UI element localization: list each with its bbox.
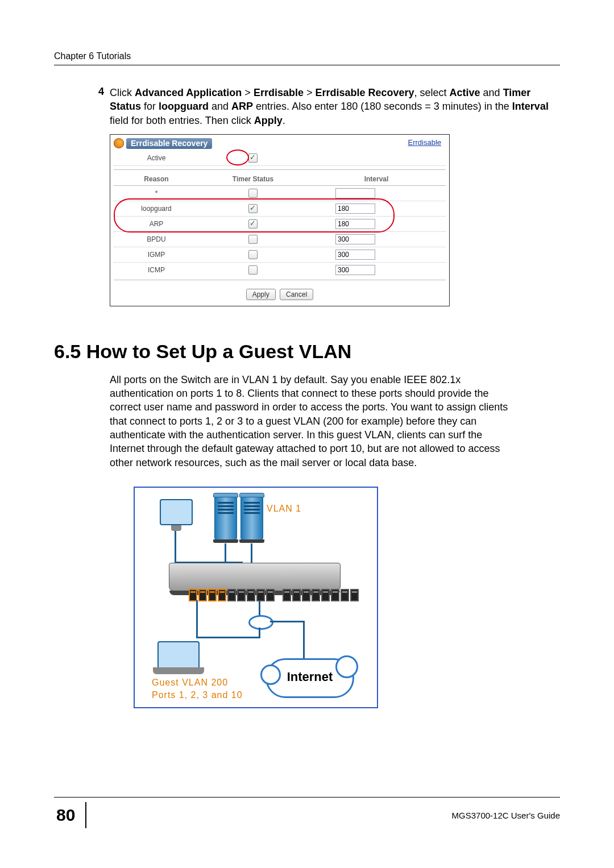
port-icon (218, 589, 226, 601)
port-icon (198, 589, 207, 601)
t: Click (110, 87, 135, 98)
table-row: IGMP (114, 247, 446, 263)
vlan1-label: VLAN 1 (267, 504, 301, 514)
reason-cell: BPDU (114, 235, 199, 243)
reason-cell: ARP (114, 220, 199, 228)
interval-input[interactable] (335, 250, 375, 260)
interval-input[interactable] (335, 188, 375, 198)
guide-name: MGS3700-12C User's Guide (452, 811, 560, 820)
port-icon (227, 589, 236, 601)
server-icon (214, 496, 237, 540)
timer-checkbox[interactable] (248, 189, 258, 198)
table-row: loopguard (114, 201, 446, 217)
laptop-icon (157, 641, 200, 668)
table-header: Reason Timer Status Interval (114, 173, 446, 186)
active-checkbox[interactable] (248, 153, 258, 163)
table-row: ICMP (114, 263, 446, 277)
guest-ports-label: Ports 1, 2, 3 and 10 (152, 690, 243, 700)
connection-line (270, 621, 304, 622)
t: for (141, 101, 159, 112)
reason-cell: * (114, 189, 199, 197)
table-row: * (114, 186, 446, 201)
timer-checkbox[interactable] (248, 265, 258, 275)
reason-cell: loopguard (114, 205, 199, 213)
panel-title: Errdisable Recovery (126, 138, 212, 149)
t: Active (450, 87, 480, 98)
port-icon (350, 589, 359, 601)
port-icon (283, 589, 291, 601)
table-row: ARP (114, 217, 446, 232)
interval-input[interactable] (335, 265, 375, 275)
t: ARP (231, 101, 253, 112)
timer-checkbox[interactable] (248, 204, 258, 213)
port-icon (302, 589, 310, 601)
t: > (242, 87, 254, 98)
active-row: Active (114, 151, 446, 166)
t: field for both entries. Then click (110, 115, 254, 126)
section-paragraph: All ports on the Switch are in VLAN 1 by… (110, 373, 519, 470)
errdisable-recovery-panel: Errdisable Recovery Errdisable Active Re… (110, 134, 450, 306)
interval-input[interactable] (335, 234, 375, 244)
t: Errdisable Recovery (315, 87, 414, 98)
guest-vlan-diagram: VLAN 1 (134, 487, 378, 708)
t: entries. Also enter 180 (180 seconds = 3… (253, 101, 512, 112)
step-text: Click Advanced Application > Errdisable … (110, 86, 560, 127)
port-icon (292, 589, 301, 601)
port-icon (266, 589, 275, 601)
t: and (480, 87, 503, 98)
port-icon (208, 589, 217, 601)
t: Apply (254, 115, 283, 126)
port-icon (341, 589, 349, 601)
chapter-header: Chapter 6 Tutorials (54, 51, 560, 65)
apply-button[interactable]: Apply (246, 289, 276, 300)
col-interval: Interval (307, 175, 446, 183)
reason-cell: ICMP (114, 266, 199, 274)
separator (114, 169, 446, 171)
server-icon (240, 496, 263, 540)
computer-icon (160, 499, 193, 525)
ports-bar (189, 589, 359, 601)
interval-input[interactable] (335, 219, 375, 229)
t: Interval (512, 101, 549, 112)
t: Errdisable (254, 87, 304, 98)
errdisable-link[interactable]: Errdisable (408, 138, 441, 147)
ring-icon (248, 615, 273, 630)
timer-checkbox[interactable] (248, 219, 258, 229)
cancel-button[interactable]: Cancel (280, 289, 313, 300)
button-row: Apply Cancel (110, 289, 449, 300)
t: , select (414, 87, 450, 98)
step-number: 4 (88, 86, 110, 127)
t: Advanced Application (135, 87, 242, 98)
port-icon (256, 589, 265, 601)
internet-cloud: Internet (265, 658, 354, 698)
reason-cell: IGMP (114, 251, 199, 259)
active-label: Active (114, 154, 199, 162)
port-icon (321, 589, 330, 601)
port-icon (312, 589, 320, 601)
connection-line (196, 600, 198, 637)
title-orb-icon (114, 138, 124, 148)
port-icon (331, 589, 339, 601)
timer-checkbox[interactable] (248, 250, 258, 259)
guest-vlan-label: Guest VLAN 200 (152, 678, 228, 688)
col-timer: Timer Status (199, 175, 307, 183)
connection-line (251, 543, 252, 563)
t: loopguard (159, 101, 209, 112)
t: > (304, 87, 316, 98)
interval-input[interactable] (335, 203, 375, 214)
connection-line (196, 637, 260, 638)
section-heading: 6.5 How to Set Up a Guest VLAN (54, 340, 560, 363)
port-icon (189, 589, 197, 601)
internet-label: Internet (287, 670, 333, 684)
connection-line (175, 531, 176, 563)
t: . (283, 115, 285, 126)
step-4: 4 Click Advanced Application > Errdisabl… (88, 86, 560, 127)
page-footer: 80 MGS3700-12C User's Guide (54, 797, 560, 828)
table-row: BPDU (114, 232, 446, 247)
timer-checkbox[interactable] (248, 235, 258, 244)
panel-titlebar: Errdisable Recovery Errdisable (114, 137, 446, 149)
t: and (209, 101, 231, 112)
page-number: 80 (54, 802, 86, 828)
connection-line (303, 621, 305, 659)
port-gap (276, 589, 281, 601)
